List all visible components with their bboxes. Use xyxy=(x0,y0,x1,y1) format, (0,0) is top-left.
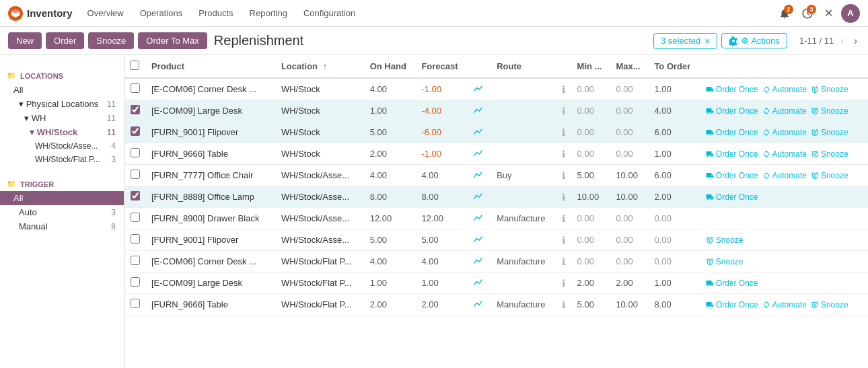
chart-icon-cell[interactable] xyxy=(468,272,491,294)
col-to-order[interactable]: To Order xyxy=(649,55,700,78)
nav-products[interactable]: Products xyxy=(192,0,240,27)
info-icon-cell[interactable]: ℹ xyxy=(556,186,572,208)
row-checkbox[interactable] xyxy=(131,234,140,244)
user-avatar[interactable]: A xyxy=(841,4,860,23)
order-once-button[interactable]: Order Once xyxy=(706,85,758,94)
forecast-chart-icon[interactable] xyxy=(473,192,484,202)
snooze-row-button[interactable]: Snooze xyxy=(706,257,744,266)
col-route[interactable]: Route xyxy=(491,55,556,78)
col-on-hand[interactable]: On Hand xyxy=(365,55,417,78)
prev-page-button[interactable]: ‹ xyxy=(838,34,846,48)
actions-button[interactable]: ⚙ Actions xyxy=(721,33,787,48)
row-checkbox[interactable] xyxy=(131,256,140,265)
nav-reporting[interactable]: Reporting xyxy=(243,0,294,27)
selected-badge[interactable]: 3 selected × xyxy=(653,33,717,49)
order-once-button[interactable]: Order Once xyxy=(706,149,758,159)
snooze-row-button[interactable]: Snooze xyxy=(811,128,848,137)
snooze-row-button[interactable]: Snooze xyxy=(706,235,744,245)
info-icon-cell[interactable]: ℹ xyxy=(556,165,572,186)
chart-icon-cell[interactable] xyxy=(468,143,491,165)
row-checkbox[interactable] xyxy=(131,170,140,179)
app-logo[interactable]: Inventory xyxy=(8,6,73,21)
forecast-chart-icon[interactable] xyxy=(473,299,484,309)
row-checkbox-cell[interactable] xyxy=(124,208,146,229)
chart-icon-cell[interactable] xyxy=(468,122,491,143)
notification-bell-button[interactable]: 2 xyxy=(776,5,793,22)
forecast-chart-icon[interactable] xyxy=(473,256,484,266)
nav-operations[interactable]: Operations xyxy=(133,0,190,27)
chart-icon-cell[interactable] xyxy=(468,165,491,186)
chart-icon-cell[interactable] xyxy=(468,100,491,122)
order-once-button[interactable]: Order Once xyxy=(706,171,758,180)
info-icon[interactable]: ℹ xyxy=(562,213,565,224)
select-all-header[interactable] xyxy=(124,55,146,78)
info-icon-cell[interactable]: ℹ xyxy=(556,272,572,294)
row-checkbox[interactable] xyxy=(131,299,140,308)
row-checkbox-cell[interactable] xyxy=(124,251,146,272)
row-checkbox-cell[interactable] xyxy=(124,143,146,165)
automate-button[interactable]: Automate xyxy=(762,171,807,180)
forecast-chart-icon[interactable] xyxy=(473,149,484,159)
snooze-row-button[interactable]: Snooze xyxy=(811,85,848,94)
info-icon[interactable]: ℹ xyxy=(562,127,565,138)
row-checkbox[interactable] xyxy=(131,105,140,114)
row-checkbox-cell[interactable] xyxy=(124,122,146,143)
forecast-chart-icon[interactable] xyxy=(473,106,484,116)
order-once-button[interactable]: Order Once xyxy=(706,300,758,309)
forecast-chart-icon[interactable] xyxy=(473,213,484,223)
info-icon[interactable]: ℹ xyxy=(562,170,565,181)
order-once-button[interactable]: Order Once xyxy=(706,192,758,202)
select-all-checkbox[interactable] xyxy=(130,61,139,70)
chart-icon-cell[interactable] xyxy=(468,251,491,272)
sidebar-all-locations[interactable]: All xyxy=(0,83,124,97)
col-min[interactable]: Min ... xyxy=(572,55,611,78)
automate-button[interactable]: Automate xyxy=(762,300,807,309)
automate-button[interactable]: Automate xyxy=(762,128,807,137)
info-icon[interactable]: ℹ xyxy=(562,278,565,289)
info-icon-cell[interactable]: ℹ xyxy=(556,122,572,143)
order-once-button[interactable]: Order Once xyxy=(706,279,758,288)
row-checkbox-cell[interactable] xyxy=(124,100,146,122)
row-checkbox-cell[interactable] xyxy=(124,78,146,100)
nav-overview[interactable]: Overview xyxy=(81,0,131,27)
sidebar-wh-stock-flat[interactable]: WH/Stock/Flat P... 3 xyxy=(0,153,124,166)
row-checkbox[interactable] xyxy=(131,83,140,93)
snooze-row-button[interactable]: Snooze xyxy=(811,106,848,116)
sidebar-auto[interactable]: Auto 3 xyxy=(0,205,124,219)
info-icon-cell[interactable]: ℹ xyxy=(556,143,572,165)
sidebar-wh[interactable]: ▾ WH 11 xyxy=(0,111,124,125)
close-nav-button[interactable]: ✕ xyxy=(822,4,836,22)
order-button[interactable]: Order xyxy=(46,32,84,49)
clear-selection-button[interactable]: × xyxy=(704,36,710,46)
new-button[interactable]: New xyxy=(8,32,42,49)
sidebar-trigger-all[interactable]: All xyxy=(0,191,124,205)
row-checkbox[interactable] xyxy=(131,191,140,200)
forecast-chart-icon[interactable] xyxy=(473,170,484,180)
sidebar-wh-stock-asse[interactable]: WH/Stock/Asse... 4 xyxy=(0,139,124,153)
row-checkbox[interactable] xyxy=(131,277,140,287)
forecast-chart-icon[interactable] xyxy=(473,278,484,288)
clock-button[interactable]: 3 xyxy=(799,5,816,22)
automate-button[interactable]: Automate xyxy=(762,106,807,116)
snooze-row-button[interactable]: Snooze xyxy=(811,171,848,180)
info-icon-cell[interactable]: ℹ xyxy=(556,229,572,251)
info-icon-cell[interactable]: ℹ xyxy=(556,294,572,316)
chart-icon-cell[interactable] xyxy=(468,208,491,229)
nav-configuration[interactable]: Configuration xyxy=(297,0,362,27)
info-icon[interactable]: ℹ xyxy=(562,256,565,267)
order-once-button[interactable]: Order Once xyxy=(706,106,758,116)
info-icon[interactable]: ℹ xyxy=(562,299,565,310)
automate-button[interactable]: Automate xyxy=(762,85,807,94)
forecast-chart-icon[interactable] xyxy=(473,235,484,245)
info-icon[interactable]: ℹ xyxy=(562,235,565,246)
info-icon-cell[interactable]: ℹ xyxy=(556,208,572,229)
chart-icon-cell[interactable] xyxy=(468,78,491,100)
sidebar-physical-locations[interactable]: ▾ Physical Locations 11 xyxy=(0,97,124,111)
sidebar-wh-stock[interactable]: ▾ WH/Stock 11 xyxy=(0,125,124,139)
chart-icon-cell[interactable] xyxy=(468,294,491,316)
col-max[interactable]: Max... xyxy=(610,55,649,78)
info-icon[interactable]: ℹ xyxy=(562,149,565,159)
col-product[interactable]: Product xyxy=(146,55,276,78)
info-icon[interactable]: ℹ xyxy=(562,84,565,95)
row-checkbox[interactable] xyxy=(131,148,140,157)
